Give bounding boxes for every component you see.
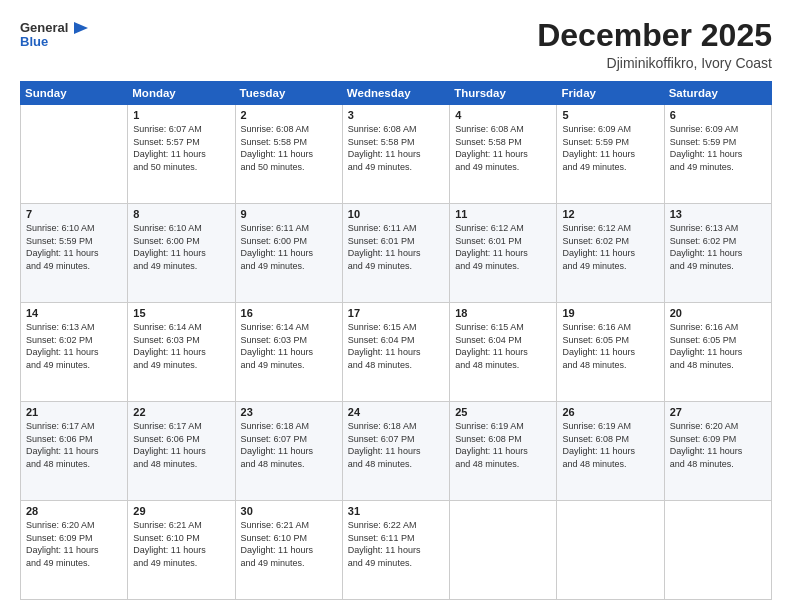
title-block: December 2025 Djiminikoffikro, Ivory Coa… bbox=[537, 18, 772, 71]
calendar-cell: 3Sunrise: 6:08 AM Sunset: 5:58 PM Daylig… bbox=[342, 105, 449, 204]
cell-content: Sunrise: 6:15 AM Sunset: 6:04 PM Dayligh… bbox=[348, 321, 444, 371]
location: Djiminikoffikro, Ivory Coast bbox=[537, 55, 772, 71]
calendar-cell bbox=[664, 501, 771, 600]
calendar-cell: 19Sunrise: 6:16 AM Sunset: 6:05 PM Dayli… bbox=[557, 303, 664, 402]
calendar-cell: 22Sunrise: 6:17 AM Sunset: 6:06 PM Dayli… bbox=[128, 402, 235, 501]
calendar-cell: 15Sunrise: 6:14 AM Sunset: 6:03 PM Dayli… bbox=[128, 303, 235, 402]
cell-content: Sunrise: 6:12 AM Sunset: 6:02 PM Dayligh… bbox=[562, 222, 658, 272]
calendar-cell: 16Sunrise: 6:14 AM Sunset: 6:03 PM Dayli… bbox=[235, 303, 342, 402]
calendar-table: SundayMondayTuesdayWednesdayThursdayFrid… bbox=[20, 81, 772, 600]
calendar-cell: 31Sunrise: 6:22 AM Sunset: 6:11 PM Dayli… bbox=[342, 501, 449, 600]
header: General Blue December 2025 Djiminikoffik… bbox=[20, 18, 772, 71]
calendar-cell: 1Sunrise: 6:07 AM Sunset: 5:57 PM Daylig… bbox=[128, 105, 235, 204]
day-header-tuesday: Tuesday bbox=[235, 82, 342, 105]
cell-content: Sunrise: 6:14 AM Sunset: 6:03 PM Dayligh… bbox=[241, 321, 337, 371]
day-number: 2 bbox=[241, 109, 337, 121]
day-number: 24 bbox=[348, 406, 444, 418]
calendar-cell: 8Sunrise: 6:10 AM Sunset: 6:00 PM Daylig… bbox=[128, 204, 235, 303]
day-header-wednesday: Wednesday bbox=[342, 82, 449, 105]
cell-content: Sunrise: 6:20 AM Sunset: 6:09 PM Dayligh… bbox=[670, 420, 766, 470]
calendar-week-row: 21Sunrise: 6:17 AM Sunset: 6:06 PM Dayli… bbox=[21, 402, 772, 501]
cell-content: Sunrise: 6:13 AM Sunset: 6:02 PM Dayligh… bbox=[26, 321, 122, 371]
day-header-sunday: Sunday bbox=[21, 82, 128, 105]
calendar-cell bbox=[557, 501, 664, 600]
cell-content: Sunrise: 6:20 AM Sunset: 6:09 PM Dayligh… bbox=[26, 519, 122, 569]
calendar-cell: 20Sunrise: 6:16 AM Sunset: 6:05 PM Dayli… bbox=[664, 303, 771, 402]
cell-content: Sunrise: 6:15 AM Sunset: 6:04 PM Dayligh… bbox=[455, 321, 551, 371]
day-number: 6 bbox=[670, 109, 766, 121]
day-number: 1 bbox=[133, 109, 229, 121]
calendar-cell: 6Sunrise: 6:09 AM Sunset: 5:59 PM Daylig… bbox=[664, 105, 771, 204]
cell-content: Sunrise: 6:08 AM Sunset: 5:58 PM Dayligh… bbox=[241, 123, 337, 173]
calendar-cell: 17Sunrise: 6:15 AM Sunset: 6:04 PM Dayli… bbox=[342, 303, 449, 402]
day-number: 8 bbox=[133, 208, 229, 220]
day-number: 27 bbox=[670, 406, 766, 418]
calendar-cell bbox=[21, 105, 128, 204]
cell-content: Sunrise: 6:13 AM Sunset: 6:02 PM Dayligh… bbox=[670, 222, 766, 272]
calendar-cell: 23Sunrise: 6:18 AM Sunset: 6:07 PM Dayli… bbox=[235, 402, 342, 501]
calendar-cell: 5Sunrise: 6:09 AM Sunset: 5:59 PM Daylig… bbox=[557, 105, 664, 204]
cell-content: Sunrise: 6:19 AM Sunset: 6:08 PM Dayligh… bbox=[562, 420, 658, 470]
cell-content: Sunrise: 6:10 AM Sunset: 6:00 PM Dayligh… bbox=[133, 222, 229, 272]
day-header-saturday: Saturday bbox=[664, 82, 771, 105]
day-number: 20 bbox=[670, 307, 766, 319]
day-number: 31 bbox=[348, 505, 444, 517]
day-number: 15 bbox=[133, 307, 229, 319]
day-number: 10 bbox=[348, 208, 444, 220]
cell-content: Sunrise: 6:21 AM Sunset: 6:10 PM Dayligh… bbox=[133, 519, 229, 569]
page: General Blue December 2025 Djiminikoffik… bbox=[0, 0, 792, 612]
day-number: 9 bbox=[241, 208, 337, 220]
cell-content: Sunrise: 6:17 AM Sunset: 6:06 PM Dayligh… bbox=[133, 420, 229, 470]
day-number: 18 bbox=[455, 307, 551, 319]
calendar-cell: 4Sunrise: 6:08 AM Sunset: 5:58 PM Daylig… bbox=[450, 105, 557, 204]
month-title: December 2025 bbox=[537, 18, 772, 53]
cell-content: Sunrise: 6:07 AM Sunset: 5:57 PM Dayligh… bbox=[133, 123, 229, 173]
calendar-cell: 28Sunrise: 6:20 AM Sunset: 6:09 PM Dayli… bbox=[21, 501, 128, 600]
calendar-cell bbox=[450, 501, 557, 600]
cell-content: Sunrise: 6:16 AM Sunset: 6:05 PM Dayligh… bbox=[562, 321, 658, 371]
cell-content: Sunrise: 6:09 AM Sunset: 5:59 PM Dayligh… bbox=[562, 123, 658, 173]
calendar-cell: 29Sunrise: 6:21 AM Sunset: 6:10 PM Dayli… bbox=[128, 501, 235, 600]
cell-content: Sunrise: 6:14 AM Sunset: 6:03 PM Dayligh… bbox=[133, 321, 229, 371]
cell-content: Sunrise: 6:21 AM Sunset: 6:10 PM Dayligh… bbox=[241, 519, 337, 569]
calendar-week-row: 1Sunrise: 6:07 AM Sunset: 5:57 PM Daylig… bbox=[21, 105, 772, 204]
day-header-friday: Friday bbox=[557, 82, 664, 105]
day-number: 12 bbox=[562, 208, 658, 220]
calendar-cell: 25Sunrise: 6:19 AM Sunset: 6:08 PM Dayli… bbox=[450, 402, 557, 501]
cell-content: Sunrise: 6:10 AM Sunset: 5:59 PM Dayligh… bbox=[26, 222, 122, 272]
logo-blue: Blue bbox=[20, 34, 48, 50]
day-number: 30 bbox=[241, 505, 337, 517]
day-number: 17 bbox=[348, 307, 444, 319]
day-number: 23 bbox=[241, 406, 337, 418]
calendar-cell: 11Sunrise: 6:12 AM Sunset: 6:01 PM Dayli… bbox=[450, 204, 557, 303]
calendar-week-row: 28Sunrise: 6:20 AM Sunset: 6:09 PM Dayli… bbox=[21, 501, 772, 600]
calendar-cell: 9Sunrise: 6:11 AM Sunset: 6:00 PM Daylig… bbox=[235, 204, 342, 303]
calendar-week-row: 7Sunrise: 6:10 AM Sunset: 5:59 PM Daylig… bbox=[21, 204, 772, 303]
day-number: 28 bbox=[26, 505, 122, 517]
calendar-cell: 30Sunrise: 6:21 AM Sunset: 6:10 PM Dayli… bbox=[235, 501, 342, 600]
calendar-cell: 10Sunrise: 6:11 AM Sunset: 6:01 PM Dayli… bbox=[342, 204, 449, 303]
calendar-cell: 27Sunrise: 6:20 AM Sunset: 6:09 PM Dayli… bbox=[664, 402, 771, 501]
calendar-cell: 13Sunrise: 6:13 AM Sunset: 6:02 PM Dayli… bbox=[664, 204, 771, 303]
cell-content: Sunrise: 6:18 AM Sunset: 6:07 PM Dayligh… bbox=[241, 420, 337, 470]
calendar-cell: 18Sunrise: 6:15 AM Sunset: 6:04 PM Dayli… bbox=[450, 303, 557, 402]
calendar-cell: 26Sunrise: 6:19 AM Sunset: 6:08 PM Dayli… bbox=[557, 402, 664, 501]
cell-content: Sunrise: 6:17 AM Sunset: 6:06 PM Dayligh… bbox=[26, 420, 122, 470]
calendar-cell: 21Sunrise: 6:17 AM Sunset: 6:06 PM Dayli… bbox=[21, 402, 128, 501]
day-header-thursday: Thursday bbox=[450, 82, 557, 105]
calendar-week-row: 14Sunrise: 6:13 AM Sunset: 6:02 PM Dayli… bbox=[21, 303, 772, 402]
day-number: 26 bbox=[562, 406, 658, 418]
calendar-cell: 12Sunrise: 6:12 AM Sunset: 6:02 PM Dayli… bbox=[557, 204, 664, 303]
day-number: 21 bbox=[26, 406, 122, 418]
calendar-cell: 7Sunrise: 6:10 AM Sunset: 5:59 PM Daylig… bbox=[21, 204, 128, 303]
day-header-monday: Monday bbox=[128, 82, 235, 105]
day-number: 16 bbox=[241, 307, 337, 319]
calendar-cell: 2Sunrise: 6:08 AM Sunset: 5:58 PM Daylig… bbox=[235, 105, 342, 204]
cell-content: Sunrise: 6:08 AM Sunset: 5:58 PM Dayligh… bbox=[455, 123, 551, 173]
day-number: 7 bbox=[26, 208, 122, 220]
cell-content: Sunrise: 6:22 AM Sunset: 6:11 PM Dayligh… bbox=[348, 519, 444, 569]
day-number: 4 bbox=[455, 109, 551, 121]
cell-content: Sunrise: 6:08 AM Sunset: 5:58 PM Dayligh… bbox=[348, 123, 444, 173]
logo: General Blue bbox=[20, 18, 90, 50]
cell-content: Sunrise: 6:19 AM Sunset: 6:08 PM Dayligh… bbox=[455, 420, 551, 470]
